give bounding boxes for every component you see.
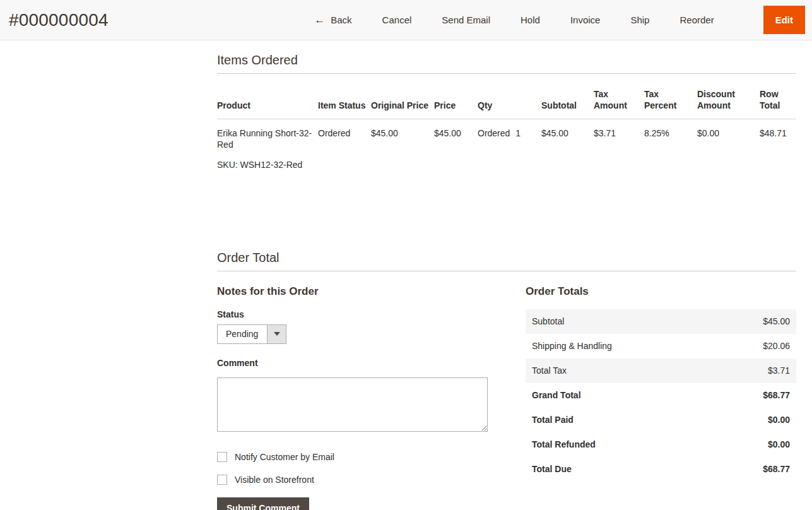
cell-tax-percent: 8.25% xyxy=(644,119,697,176)
submit-comment-button[interactable]: Submit Comment xyxy=(217,497,309,510)
product-sku: SKU: WSH12-32-Red xyxy=(217,159,313,170)
total-label: Subtotal xyxy=(532,316,564,326)
col-header-discount-amount: Discount Amount xyxy=(697,74,760,119)
col-header-tax-percent: Tax Percent xyxy=(644,74,697,119)
totals-row-total-due: Total Due $68.77 xyxy=(526,457,796,482)
total-value: $3.71 xyxy=(768,365,790,376)
notes-for-order-panel: Notes for this Order Status Pending Comm… xyxy=(217,271,488,510)
items-ordered-table: Product Item Status Original Price Price… xyxy=(217,74,796,176)
total-label: Total Tax xyxy=(532,365,567,376)
totals-row-total-refunded: Total Refunded $0.00 xyxy=(526,432,796,457)
cell-discount-amount: $0.00 xyxy=(697,119,760,176)
table-row: Erika Running Short-32-Red SKU: WSH12-32… xyxy=(217,119,796,176)
visible-storefront-checkbox-row: Visible on Storefront xyxy=(217,475,488,485)
visible-storefront-label: Visible on Storefront xyxy=(235,475,314,485)
notify-customer-label: Notify Customer by Email xyxy=(235,452,334,462)
col-header-subtotal: Subtotal xyxy=(541,74,594,119)
order-total-section: Order Total Notes for this Order Status … xyxy=(217,251,796,510)
edit-button[interactable]: Edit xyxy=(763,6,805,34)
cell-price: $45.00 xyxy=(434,119,478,176)
qty-status-label: Ordered xyxy=(478,128,510,138)
back-button-label: Back xyxy=(331,15,351,25)
status-selected-value: Pending xyxy=(218,325,267,343)
topbar-actions: ← Back Cancel Send Email Hold Invoice Sh… xyxy=(314,6,812,34)
notify-customer-checkbox-row: Notify Customer by Email xyxy=(217,452,488,462)
status-label: Status xyxy=(217,309,488,319)
cell-subtotal: $45.00 xyxy=(541,119,594,176)
total-value: $20.06 xyxy=(763,341,790,351)
total-value: $45.00 xyxy=(763,316,790,326)
order-totals-heading: Order Totals xyxy=(526,285,796,298)
cell-qty: Ordered 1 xyxy=(478,119,541,176)
comment-label: Comment xyxy=(217,358,488,368)
cancel-button[interactable]: Cancel xyxy=(382,15,412,25)
product-name: Erika Running Short-32-Red xyxy=(217,128,313,150)
totals-row-subtotal: Subtotal $45.00 xyxy=(526,309,796,334)
col-header-tax-amount: Tax Amount xyxy=(594,74,644,119)
cell-original-price: $45.00 xyxy=(371,119,434,176)
col-header-row-total: Row Total xyxy=(760,74,796,119)
col-header-price: Price xyxy=(434,74,478,119)
invoice-button[interactable]: Invoice xyxy=(570,15,601,25)
total-label: Total Due xyxy=(532,464,572,474)
col-header-item-status: Item Status xyxy=(318,74,371,119)
notes-heading: Notes for this Order xyxy=(217,285,488,298)
order-total-heading: Order Total xyxy=(217,251,796,271)
totals-row-shipping: Shipping & Handling $20.06 xyxy=(526,334,796,359)
visible-storefront-checkbox[interactable] xyxy=(217,475,227,485)
ship-button[interactable]: Ship xyxy=(630,15,649,25)
comment-textarea[interactable] xyxy=(217,377,488,432)
order-action-bar: #000000004 ← Back Cancel Send Email Hold… xyxy=(0,0,812,40)
notify-customer-checkbox[interactable] xyxy=(217,452,227,462)
total-label: Total Refunded xyxy=(532,439,596,449)
cell-row-total: $48.71 xyxy=(760,119,796,176)
cell-product: Erika Running Short-32-Red SKU: WSH12-32… xyxy=(217,119,318,176)
status-select-arrow-button[interactable] xyxy=(267,325,286,343)
chevron-down-icon xyxy=(274,332,280,336)
cell-item-status: Ordered xyxy=(318,119,371,176)
total-label: Shipping & Handling xyxy=(532,341,612,351)
order-view-content: Items Ordered Product Item Status Origin… xyxy=(0,53,812,510)
items-ordered-heading: Items Ordered xyxy=(217,53,796,74)
totals-row-grand-total: Grand Total $68.77 xyxy=(526,383,796,408)
reorder-button[interactable]: Reorder xyxy=(680,15,714,25)
col-header-product: Product xyxy=(217,74,318,119)
total-value: $0.00 xyxy=(768,439,790,449)
back-button[interactable]: ← Back xyxy=(314,15,351,25)
total-value: $0.00 xyxy=(768,415,790,425)
col-header-original-price: Original Price xyxy=(371,74,434,119)
cell-tax-amount: $3.71 xyxy=(594,119,644,176)
total-value: $68.77 xyxy=(763,390,790,400)
total-label: Grand Total xyxy=(532,390,581,400)
total-value: $68.77 xyxy=(763,464,790,474)
col-header-qty: Qty xyxy=(478,74,541,119)
totals-row-total-paid: Total Paid $0.00 xyxy=(526,408,796,432)
totals-row-total-tax: Total Tax $3.71 xyxy=(526,359,796,383)
back-arrow-icon: ← xyxy=(314,15,325,25)
items-table-header-row: Product Item Status Original Price Price… xyxy=(217,74,796,119)
total-label: Total Paid xyxy=(532,415,574,425)
page-title: #000000004 xyxy=(9,10,109,30)
order-totals-panel: Order Totals Subtotal $45.00 Shipping & … xyxy=(526,271,796,510)
status-select[interactable]: Pending xyxy=(217,324,286,344)
send-email-button[interactable]: Send Email xyxy=(442,15,490,25)
hold-button[interactable]: Hold xyxy=(521,15,540,25)
qty-value: 1 xyxy=(515,128,521,138)
